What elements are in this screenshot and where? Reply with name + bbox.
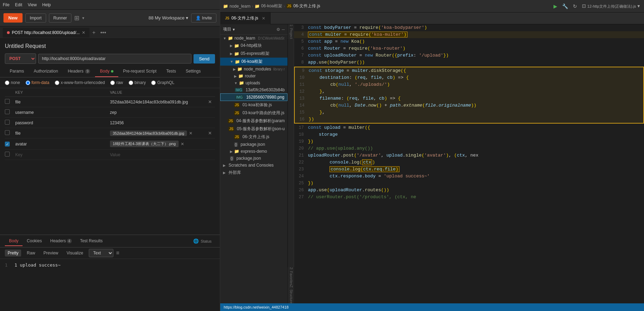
row5-file-remove[interactable]: ✕	[181, 142, 184, 146]
radio-none[interactable]: none	[5, 80, 20, 85]
tree-04server[interactable]: JS 04-服务器参数解析(param	[220, 117, 287, 125]
row6-value[interactable]: Value	[110, 152, 205, 157]
row6-checkbox[interactable]	[5, 152, 10, 157]
tab-body[interactable]: Body	[95, 66, 118, 77]
menu-bar: File Edit View Help	[0, 0, 220, 10]
row2-checkbox[interactable]	[5, 109, 10, 114]
row3-value[interactable]: 123456	[110, 120, 205, 125]
ide-tab-close[interactable]: ✕	[262, 16, 265, 21]
tree-01koa[interactable]: JS 01-koa初体验.js	[220, 101, 287, 109]
method-select[interactable]: POST GET PUT DELETE	[5, 53, 36, 64]
tree-external[interactable]: ▶ 外部库	[220, 169, 287, 177]
sidebar-dropdown-icon[interactable]: ▾	[233, 27, 235, 32]
new-button[interactable]: New	[3, 13, 23, 23]
code-editor[interactable]: 3 const bodyParser = require('koa-bodypa…	[294, 24, 644, 303]
row4-file-remove[interactable]: ✕	[189, 131, 192, 136]
layout-toggle[interactable]: ▾	[82, 16, 84, 20]
row1-value[interactable]: 352daa384124de184ac83cb6ba091db.jpg	[110, 100, 205, 104]
row2-value[interactable]: zep	[110, 110, 205, 115]
menu-help[interactable]: Help	[42, 2, 51, 7]
radio-binary[interactable]: binary	[129, 80, 146, 85]
row4-checkbox[interactable]	[5, 130, 10, 135]
tree-package-root[interactable]: {} package.json	[220, 155, 287, 162]
menu-view[interactable]: View	[28, 2, 37, 7]
tree-scratches[interactable]: ▶ Scratches and Consoles	[220, 162, 287, 169]
runner-button[interactable]: Runner	[49, 14, 71, 23]
tree-node-learn[interactable]: ▼ 📁 node_learn D:\CWork\WebSt	[220, 35, 287, 42]
row1-key[interactable]: file	[15, 100, 110, 104]
tab-close[interactable]: ✕	[82, 30, 85, 35]
menu-edit[interactable]: Edit	[15, 2, 22, 7]
row6-key[interactable]: Key	[15, 152, 110, 157]
radio-formdata[interactable]: form-data	[26, 80, 49, 85]
tree-express-demo[interactable]: ▶ 📁 express-demo	[220, 148, 287, 155]
res-tab-cookies[interactable]: Cookies	[23, 236, 46, 246]
tree-img1[interactable]: IMG 13af0fc26e6302b84b	[220, 86, 287, 93]
row1-remove[interactable]: ✕	[205, 99, 215, 104]
ide-active-tab[interactable]: JS 06-文件上传.js ✕	[220, 12, 271, 24]
radio-raw[interactable]: raw	[110, 80, 123, 85]
radio-urlencoded[interactable]: x-www-form-urlencoded	[55, 80, 105, 85]
row2-key[interactable]: username	[15, 110, 110, 115]
sidebar-settings-icon[interactable]: ⚙	[276, 27, 280, 32]
import-button[interactable]: Import	[25, 14, 46, 23]
row3-checkbox[interactable]	[5, 120, 10, 125]
tab-params[interactable]: Params	[5, 66, 29, 77]
tree-router[interactable]: ▶ 📁 router	[220, 73, 287, 79]
tab-headers[interactable]: Headers9	[63, 66, 95, 77]
active-request-tab[interactable]: POST http://localhost:8000/upload/... ✕	[3, 28, 89, 37]
other-tab-label: 12-http文件上传(正确做法).js	[587, 4, 636, 8]
tree-03koa[interactable]: JS 03-koa中路由的使用.js	[220, 109, 287, 117]
row4-value[interactable]: 352daa384124de184ac83cb6ba091db.jpg ✕	[110, 131, 205, 136]
tab-settings[interactable]: Settings	[181, 66, 205, 77]
tab-pre-request[interactable]: Pre-request Script	[118, 66, 162, 77]
code-line-18: 18 storage	[294, 131, 644, 138]
format-icon[interactable]: ≡	[116, 250, 119, 256]
sidebar-minimize-icon[interactable]: ─	[282, 27, 285, 32]
ide-panel: 📁 node_learn › 📁 06-koa框架 › JS 06-文件上传.j…	[220, 0, 644, 311]
another-tab-button[interactable]: ⊡ 12-http文件上传(正确做法).js ▾	[581, 2, 641, 10]
text-format-select[interactable]: Text HTML JSON	[89, 249, 113, 257]
row1-checkbox[interactable]	[5, 99, 10, 104]
workspace-button[interactable]: 88 My Workspace ▾	[148, 15, 188, 20]
row4-remove[interactable]: ✕	[205, 131, 215, 136]
radio-graphql[interactable]: GraphQL	[151, 80, 174, 85]
tree-05express[interactable]: ▶ 📁 05-express框架	[220, 50, 287, 58]
tree-05server[interactable]: JS 05-服务器参数解析(json-u	[220, 125, 287, 133]
res-tab-headers[interactable]: Headers4	[46, 236, 76, 246]
add-tab-button[interactable]: +	[90, 30, 97, 36]
tab-authorization[interactable]: Authorization	[29, 66, 63, 77]
tree-uploads[interactable]: ▼ 📁 uploads	[220, 79, 287, 86]
url-input[interactable]	[38, 54, 191, 64]
tab-tests[interactable]: Tests	[161, 66, 181, 77]
format-visualize[interactable]: Visualize	[64, 250, 86, 257]
row5-checkbox[interactable]: ✓	[5, 142, 10, 146]
row5-value[interactable]: 18软件工程4-3班课表（大二下）.png ✕	[110, 141, 205, 147]
tab-js-icon: JS	[225, 16, 229, 20]
row3-key[interactable]: password	[15, 120, 110, 125]
format-raw[interactable]: Raw	[24, 250, 38, 257]
project-sidebar: 项目 ▾ ⚙ ─ ▼ 📁 node_learn D:\CWork\WebSt ▶…	[220, 24, 288, 303]
tree-label: package.json	[241, 142, 265, 147]
res-tab-test-results[interactable]: Test Results	[76, 236, 107, 246]
row5-key[interactable]: avatar	[15, 142, 110, 146]
res-tab-body[interactable]: Body	[5, 236, 23, 246]
more-tabs-button[interactable]: •••	[98, 30, 108, 36]
tree-img2[interactable]: IMG 1628566078980.png	[220, 93, 287, 101]
format-preview[interactable]: Preview	[41, 250, 61, 257]
format-pretty[interactable]: Pretty	[5, 250, 21, 257]
debug-run-button[interactable]: ▶	[552, 3, 559, 10]
tree-package-koa[interactable]: {} package.json	[220, 141, 287, 148]
menu-file[interactable]: File	[3, 2, 9, 7]
tree-node-modules[interactable]: ▶ 📁 node_modules library r	[220, 66, 287, 73]
tree-04http[interactable]: ▶ 📁 04-http模块	[220, 42, 287, 50]
add-config-button[interactable]: 🔧	[561, 3, 569, 10]
settings-button[interactable]: ↻	[572, 3, 578, 10]
tree-06upload[interactable]: JS 06-文件上传.js	[220, 133, 287, 141]
invite-button[interactable]: 👤 Invite	[191, 14, 216, 23]
tree-06koa[interactable]: ▼ 📁 06-koa框架	[220, 58, 287, 66]
send-button[interactable]: Send	[194, 54, 215, 64]
code-line-8: 8 app.use(bodyParser())	[294, 59, 644, 66]
row4-key[interactable]: file	[15, 131, 110, 136]
layout-icon[interactable]: ⊞	[74, 14, 79, 22]
